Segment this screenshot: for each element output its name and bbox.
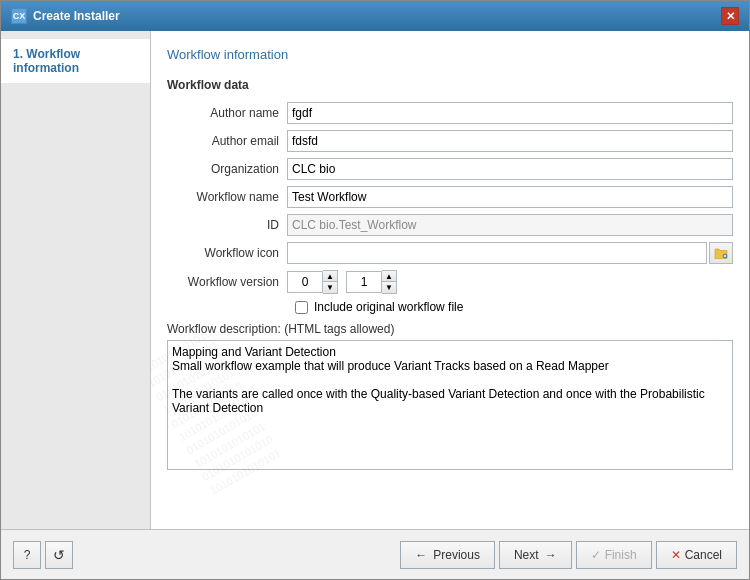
reset-icon: ↺ [53,547,65,563]
next-arrow-icon: → [545,548,557,562]
bottom-left-buttons: ? ↺ [13,541,73,569]
workflow-icon-field-group [287,242,733,264]
workflow-version-label: Workflow version [167,275,287,289]
include-checkbox-row: Include original workflow file [295,300,733,314]
author-email-input[interactable] [287,130,733,152]
author-name-label: Author name [167,106,287,120]
author-email-row: Author email [167,130,733,152]
next-button[interactable]: Next → [499,541,572,569]
previous-arrow-icon: ← [415,548,427,562]
cancel-label: Cancel [685,548,722,562]
title-bar: CX Create Installer ✕ [1,1,749,31]
version-major-down[interactable]: ▼ [323,282,337,293]
previous-label: Previous [433,548,480,562]
help-icon: ? [24,548,31,562]
workflow-name-label: Workflow name [167,190,287,204]
reset-button[interactable]: ↺ [45,541,73,569]
finish-label: Finish [605,548,637,562]
workflow-name-row: Workflow name [167,186,733,208]
sidebar-item-workflow-info[interactable]: 1. Workflow information [1,39,150,83]
help-button[interactable]: ? [13,541,41,569]
organization-label: Organization [167,162,287,176]
x-cancel-icon: ✕ [671,548,681,562]
author-name-row: Author name [167,102,733,124]
section-title: Workflow information [167,47,733,62]
version-minor-up[interactable]: ▲ [382,271,396,282]
workflow-icon-input[interactable] [287,242,707,264]
title-bar-left: CX Create Installer [11,8,120,24]
description-textarea[interactable]: Mapping and Variant Detection Small work… [167,340,733,470]
version-minor-input[interactable] [346,271,382,293]
organization-row: Organization [167,158,733,180]
check-icon: ✓ [591,548,601,562]
include-workflow-label[interactable]: Include original workflow file [314,300,463,314]
bottom-bar: ? ↺ ← Previous Next → ✓ Finish ✕ Cancel [1,529,749,579]
version-minor-down[interactable]: ▼ [382,282,396,293]
app-icon: CX [11,8,27,24]
bottom-right-buttons: ← Previous Next → ✓ Finish ✕ Cancel [400,541,737,569]
author-email-label: Author email [167,134,287,148]
create-installer-window: CX Create Installer ✕ 1. Workflow inform… [0,0,750,580]
id-input [287,214,733,236]
workflow-icon-row: Workflow icon [167,242,733,264]
window-title: Create Installer [33,9,120,23]
main-panel: 0101010101010 1010101010101 010101010101… [151,31,749,529]
id-row: ID [167,214,733,236]
folder-icon [714,246,728,260]
organization-input[interactable] [287,158,733,180]
previous-button[interactable]: ← Previous [400,541,495,569]
sidebar: 1. Workflow information [1,31,151,529]
finish-button[interactable]: ✓ Finish [576,541,652,569]
include-workflow-checkbox[interactable] [295,301,308,314]
version-major-spinner: ▲ ▼ [287,270,338,294]
content-area: 1. Workflow information 0101010101010 10… [1,31,749,529]
workflow-version-row: Workflow version ▲ ▼ ▲ ▼ [167,270,733,294]
version-minor-spinner: ▲ ▼ [346,270,397,294]
form-section-label: Workflow data [167,78,733,92]
version-major-up[interactable]: ▲ [323,271,337,282]
window-close-button[interactable]: ✕ [721,7,739,25]
workflow-icon-label: Workflow icon [167,246,287,260]
workflow-name-input[interactable] [287,186,733,208]
author-name-input[interactable] [287,102,733,124]
version-minor-buttons: ▲ ▼ [382,270,397,294]
version-major-buttons: ▲ ▼ [323,270,338,294]
version-major-input[interactable] [287,271,323,293]
description-label: Workflow description: (HTML tags allowed… [167,322,733,336]
next-label: Next [514,548,539,562]
cancel-button[interactable]: ✕ Cancel [656,541,737,569]
version-controls: ▲ ▼ ▲ ▼ [287,270,405,294]
id-label: ID [167,218,287,232]
browse-icon-button[interactable] [709,242,733,264]
